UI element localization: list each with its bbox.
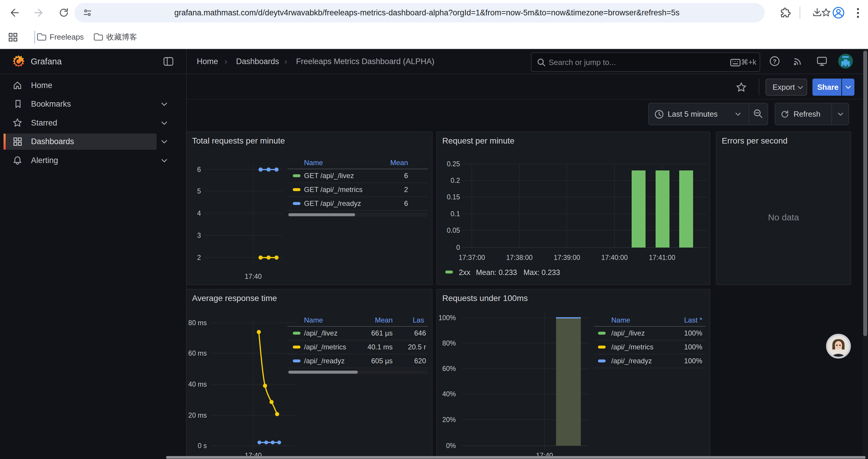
export-button[interactable]: Export (766, 78, 807, 96)
series-color-chip[interactable] (293, 346, 301, 349)
legend-series-name[interactable]: /api/_/readyz (611, 354, 652, 368)
series-metrics-line[interactable] (259, 332, 277, 414)
folder-icon (93, 32, 103, 41)
series-color-chip[interactable] (598, 346, 606, 349)
legend-col-last[interactable]: Last * (684, 314, 702, 326)
legend-series-name[interactable]: /api/_/readyz (304, 354, 344, 368)
chart-legend[interactable]: 2xx Mean: 0.233 Max: 0.233 (445, 268, 560, 276)
actions-divider (187, 99, 863, 100)
no-data-text: No data (716, 212, 850, 222)
legend-scrollbar[interactable] (287, 213, 428, 217)
legend-scrollbar-thumb[interactable] (288, 213, 355, 216)
bookmark-folder-blogs[interactable]: 收藏博客 (93, 25, 124, 48)
legend-col-mean[interactable]: Mean (390, 157, 408, 169)
series-color-chip[interactable] (293, 359, 301, 362)
series-2xx-bars[interactable] (632, 170, 693, 248)
chevron-down-icon[interactable] (161, 140, 167, 144)
series-color-chip[interactable] (293, 174, 301, 177)
sidebar-item-alerting[interactable]: Alerting (0, 151, 186, 170)
legend-series-name[interactable]: /api/_/livez (304, 326, 337, 340)
refresh-interval-button[interactable] (832, 103, 849, 125)
vertical-scrollbar-thumb[interactable] (863, 51, 867, 336)
dock-menu-icon[interactable] (163, 56, 174, 67)
x-tick: 17:40 (245, 273, 262, 280)
search-box[interactable]: ⌘+k (531, 52, 760, 72)
series-color-chip[interactable] (293, 332, 301, 335)
legend-series-name: 2xx (459, 268, 470, 276)
user-avatar[interactable] (838, 54, 853, 69)
legend-col-name[interactable]: Name (304, 314, 323, 326)
legend-row: /api/_/metrics 40.1 ms 20.5 r (287, 340, 428, 355)
chevron-down-icon[interactable] (161, 159, 167, 163)
bookmark-icon (13, 99, 23, 109)
legend-row: GET /api/_/livez 6 (287, 169, 428, 183)
rss-news-icon[interactable] (793, 56, 803, 66)
sidebar-item-dashboards[interactable]: Dashboards (0, 132, 186, 151)
brand-text[interactable]: Grafana (31, 49, 62, 74)
grafana-logo[interactable] (12, 55, 25, 68)
series-color-chip[interactable] (293, 188, 301, 191)
legend-scrollbar-thumb[interactable] (288, 371, 358, 374)
share-menu-button[interactable] (842, 78, 855, 96)
floating-assistant-avatar[interactable] (826, 334, 851, 359)
sidebar-item-starred[interactable]: Starred (0, 114, 186, 132)
help-icon[interactable]: ? (769, 56, 780, 66)
share-button[interactable]: Share (812, 78, 841, 96)
back-icon[interactable] (9, 7, 20, 18)
legend-col-name[interactable]: Name (304, 157, 323, 169)
y-tick: 6 (197, 166, 201, 173)
legend-series-name[interactable]: /api/_/metrics (611, 340, 653, 354)
time-range-picker[interactable]: Last 5 minutes (649, 103, 749, 125)
url-bar[interactable]: grafana.mathmast.com/d/deytv4rwavabkb/fr… (74, 3, 765, 23)
y-tick: 40% (442, 390, 456, 398)
sidebar-item-home[interactable]: Home (0, 76, 186, 95)
legend-series-name[interactable]: GET /api/_/livez (304, 169, 354, 183)
y-tick: 100% (438, 314, 456, 322)
screen: grafana.mathmast.com/d/deytv4rwavabkb/fr… (0, 0, 868, 459)
chevron-down-icon (735, 112, 741, 116)
y-tick: 0 s (198, 442, 207, 450)
chevron-down-icon[interactable] (161, 102, 167, 106)
series-color-chip[interactable] (598, 332, 606, 335)
zoom-out-button[interactable] (749, 103, 768, 125)
vertical-scrollbar-track[interactable] (863, 49, 868, 459)
favorite-star-icon[interactable] (736, 82, 747, 93)
export-label: Export (773, 79, 795, 95)
chevron-down-icon (797, 86, 803, 90)
legend-col-name[interactable]: Name (611, 314, 630, 326)
percent-area-fill[interactable] (556, 318, 581, 446)
legend-col-mean[interactable]: Mean (375, 314, 393, 326)
breadcrumb-home[interactable]: Home (197, 49, 218, 74)
legend-col-last[interactable]: Las (413, 314, 424, 326)
legend-series-name[interactable]: GET /api/_/readyz (304, 196, 361, 210)
site-info-icon[interactable] (83, 8, 92, 17)
legend-series-name[interactable]: /api/_/livez (611, 326, 645, 340)
legend-series-name[interactable]: GET /api/_/metrics (304, 183, 363, 196)
forward-icon[interactable] (34, 7, 44, 18)
time-range-group: Last 5 minutes (648, 103, 768, 125)
series-color-chip[interactable] (293, 202, 301, 205)
search-icon (537, 58, 546, 67)
extensions-icon[interactable] (780, 8, 790, 18)
bookmark-folder-freeleaps[interactable]: Freeleaps (37, 25, 71, 48)
monitor-kiosk-icon[interactable] (816, 56, 827, 66)
sidebar-item-bookmarks[interactable]: Bookmarks (0, 95, 186, 113)
panel-title[interactable]: Errors per second (722, 136, 788, 145)
legend-scrollbar[interactable] (287, 370, 428, 374)
download-icon[interactable] (812, 7, 823, 18)
series-color-chip[interactable] (598, 359, 606, 362)
profile-icon[interactable] (832, 6, 845, 19)
horizontal-scrollbar-thumb[interactable] (166, 456, 866, 459)
breadcrumb-dashboards[interactable]: Dashboards (236, 49, 279, 74)
legend-series-name[interactable]: /api/_/metrics (304, 340, 346, 354)
refresh-button[interactable]: Refresh (775, 103, 831, 125)
url-text[interactable]: grafana.mathmast.com/d/deytv4rwavabkb/fr… (174, 3, 680, 23)
bookmark-star-icon[interactable] (821, 8, 831, 18)
legend-row: /api/_/livez 661 µs 646 (287, 326, 428, 340)
chevron-down-icon[interactable] (161, 121, 167, 125)
series-readyz-points (258, 167, 279, 172)
reload-icon[interactable] (59, 7, 69, 18)
apps-grid-icon[interactable] (8, 32, 18, 42)
kebab-menu-icon[interactable] (856, 7, 860, 19)
search-input[interactable] (548, 54, 715, 71)
